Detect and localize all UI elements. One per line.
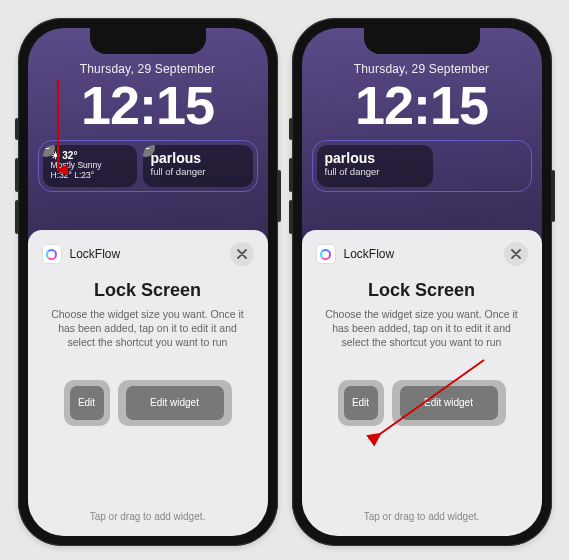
sheet-title: Lock Screen [316, 280, 528, 301]
volume-down-button [289, 200, 293, 234]
power-button [277, 170, 281, 222]
close-icon [237, 249, 247, 259]
widget-gallery-sheet: LockFlow Lock Screen Choose the widget s… [302, 230, 542, 536]
widget-row[interactable]: parlous full of danger [312, 140, 532, 192]
close-icon [511, 249, 521, 259]
power-button [551, 170, 555, 222]
lockscreen-time[interactable]: 12:15 [302, 78, 542, 132]
weather-hilo: H:32° L:23° [51, 171, 129, 181]
preview-small-label: Edit [70, 386, 104, 420]
phone-frame-left: Thursday, 29 September 12:15 − ☀ 32° Mos… [18, 18, 278, 546]
weather-widget[interactable]: − ☀ 32° Mostly Sunny H:32° L:23° [43, 145, 137, 187]
lockscreen-date[interactable]: Thursday, 29 September [28, 62, 268, 76]
widget-row[interactable]: − ☀ 32° Mostly Sunny H:32° L:23° − parlo… [38, 140, 258, 192]
screen: Thursday, 29 September 12:15 − ☀ 32° Mos… [28, 28, 268, 536]
word-title: parlous [151, 150, 245, 166]
word-subtitle: full of danger [325, 166, 425, 177]
sheet-hint: Tap or drag to add widget. [316, 511, 528, 522]
word-widget[interactable]: parlous full of danger [317, 145, 433, 187]
word-widget[interactable]: − parlous full of danger [143, 145, 253, 187]
volume-down-button [15, 200, 19, 234]
sheet-hint: Tap or drag to add widget. [42, 511, 254, 522]
widget-preview-small[interactable]: Edit [338, 380, 384, 426]
volume-up-button [289, 158, 293, 192]
lockscreen-date[interactable]: Thursday, 29 September [302, 62, 542, 76]
close-button[interactable] [230, 242, 254, 266]
app-name: LockFlow [70, 247, 121, 261]
word-title: parlous [325, 150, 425, 166]
close-button[interactable] [504, 242, 528, 266]
phone-frame-right: Thursday, 29 September 12:15 parlous ful… [292, 18, 552, 546]
word-subtitle: full of danger [151, 166, 245, 177]
screen: Thursday, 29 September 12:15 parlous ful… [302, 28, 542, 536]
widget-gallery-sheet: LockFlow Lock Screen Choose the widget s… [28, 230, 268, 536]
app-icon [316, 244, 336, 264]
widget-preview-small[interactable]: Edit [64, 380, 110, 426]
notch [364, 28, 480, 54]
empty-widget-slot[interactable] [439, 145, 527, 187]
preview-large-label: Edit widget [400, 386, 498, 420]
lockscreen-time[interactable]: 12:15 [28, 78, 268, 132]
app-icon [42, 244, 62, 264]
widget-preview-large[interactable]: Edit widget [392, 380, 506, 426]
sheet-title: Lock Screen [42, 280, 254, 301]
preview-large-label: Edit widget [126, 386, 224, 420]
sheet-description: Choose the widget size you want. Once it… [316, 307, 528, 350]
preview-small-label: Edit [344, 386, 378, 420]
mute-switch [15, 118, 19, 140]
volume-up-button [15, 158, 19, 192]
app-name: LockFlow [344, 247, 395, 261]
widget-preview-large[interactable]: Edit widget [118, 380, 232, 426]
mute-switch [289, 118, 293, 140]
notch [90, 28, 206, 54]
sheet-description: Choose the widget size you want. Once it… [42, 307, 254, 350]
